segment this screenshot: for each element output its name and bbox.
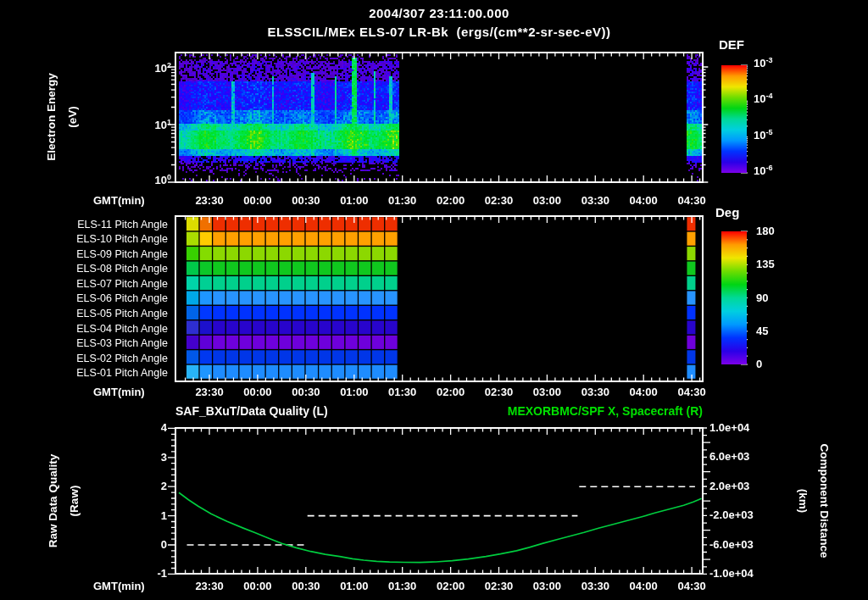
quality-tick-label: -1 <box>127 567 167 580</box>
distance-tick-label: -6.0e+03 <box>709 538 776 551</box>
def-tick-label: 10-3 <box>754 57 804 69</box>
energy-tick-label: 102 <box>127 62 171 75</box>
title-instrument: ELSSCIL/MEx ELS-07 LR-Bk (ergs/(cm**2-sr… <box>125 25 754 39</box>
gmt-label-bottom: GMT(min) <box>93 580 145 592</box>
spectrogram-ylabel-line2: (eV) <box>62 106 83 128</box>
pitch-row-label: ELS-08 Pitch Angle <box>34 263 168 275</box>
distance-tick-label: 2.0e+03 <box>709 480 776 492</box>
deg-colorbar-title: Deg <box>715 205 739 219</box>
time-tick-label: 00:00 <box>237 386 278 398</box>
time-tick-label: 00:00 <box>237 194 278 207</box>
quality-tick-label: 2 <box>127 480 167 492</box>
energy-tick-label: 101 <box>127 119 171 131</box>
gmt-label-middle: GMT(min) <box>93 386 145 398</box>
def-tick-label: 10-4 <box>754 92 804 105</box>
time-tick-label: 01:00 <box>334 386 375 398</box>
time-tick-label: 03:00 <box>526 580 567 592</box>
distance-tick-label: 6.0e+03 <box>709 450 776 463</box>
quality-tick-label: 3 <box>127 451 167 464</box>
pitch-row-label: ELS-09 Pitch Angle <box>34 248 168 260</box>
time-tick-label: 23:30 <box>189 386 230 398</box>
line-panel-left-title: SAF_BXuT/Data Quality (L) <box>175 404 328 418</box>
line-panel-right-title: MEXORBMC/SPF X, Spacecraft (R) <box>423 404 703 418</box>
time-tick-label: 04:00 <box>623 194 664 207</box>
time-tick-label: 03:30 <box>575 194 615 207</box>
pitch-row-label: ELS-04 Pitch Angle <box>34 323 168 335</box>
time-tick-label: 01:30 <box>382 194 423 207</box>
time-tick-label: 23:30 <box>189 580 230 592</box>
time-tick-label: 02:00 <box>431 194 471 207</box>
quality-tick-label: 0 <box>127 538 167 551</box>
time-tick-label: 03:30 <box>575 386 615 398</box>
quality-ylabel: Raw Data Quality (Raw) <box>21 416 106 586</box>
deg-tick-label: 180 <box>756 225 790 237</box>
time-tick-label: 04:00 <box>623 580 664 592</box>
time-tick-label: 02:00 <box>431 580 471 592</box>
pitch-row-label: ELS-02 Pitch Angle <box>34 353 168 364</box>
def-colorbar <box>721 65 747 173</box>
time-tick-label: 00:30 <box>286 386 326 398</box>
spectrogram-ylabel-line1: Electron Energy <box>41 73 62 161</box>
cdaweb-plot-image: 2004/307 23:11:00.000 ELSSCIL/MEx ELS-07… <box>0 0 868 600</box>
deg-tick-label: 135 <box>756 258 790 270</box>
quality-tick-label: 1 <box>127 509 167 522</box>
pitch-row-label: ELS-07 Pitch Angle <box>34 278 168 290</box>
def-colorbar-title: DEF <box>719 37 744 52</box>
def-tick-label: 10-5 <box>754 129 804 142</box>
time-tick-label: 23:30 <box>189 194 230 207</box>
pitch-row-label: ELS-05 Pitch Angle <box>34 308 168 319</box>
time-tick-label: 04:30 <box>671 580 712 592</box>
pitch-row-label: ELS-11 Pitch Angle <box>34 219 168 231</box>
energy-tick-label: 100 <box>127 174 171 186</box>
time-tick-label: 02:30 <box>478 386 519 398</box>
axis-ticks <box>168 53 710 574</box>
quality-ylabel-line2: (Raw) <box>64 486 85 517</box>
distance-ylabel-line2: (km) <box>793 489 814 514</box>
pitch-row-label: ELS-10 Pitch Angle <box>34 233 168 245</box>
gmt-label-top: GMT(min) <box>93 194 145 207</box>
time-tick-label: 01:00 <box>334 194 375 207</box>
spectrogram-ylabel: Electron Energy (eV) <box>19 32 104 202</box>
time-tick-label: 01:00 <box>334 580 375 592</box>
pitch-row-label: ELS-01 Pitch Angle <box>34 367 168 379</box>
distance-ylabel-line1: Component Distance <box>814 443 835 558</box>
deg-tick-label: 0 <box>756 358 790 370</box>
deg-tick-label: 45 <box>756 325 790 337</box>
title-date: 2004/307 23:11:00.000 <box>175 6 703 20</box>
time-tick-label: 04:30 <box>671 194 712 207</box>
panel-frames <box>175 53 703 574</box>
distance-tick-label: -1.0e+04 <box>709 567 776 580</box>
distance-ylabel: Component Distance (km) <box>771 408 856 594</box>
quality-ylabel-line1: Raw Data Quality <box>42 454 64 547</box>
spacecraft-x-curve <box>179 492 702 562</box>
time-tick-label: 04:30 <box>671 386 712 398</box>
time-tick-label: 02:30 <box>478 194 519 207</box>
time-tick-label: 02:30 <box>478 580 519 592</box>
time-tick-label: 01:30 <box>382 580 423 592</box>
time-tick-label: 04:00 <box>623 386 664 398</box>
time-tick-label: 03:00 <box>526 194 567 207</box>
time-tick-label: 02:00 <box>431 386 471 398</box>
time-tick-label: 01:30 <box>382 386 423 398</box>
time-tick-label: 03:00 <box>526 386 567 398</box>
distance-tick-label: -2.0e+03 <box>709 508 776 521</box>
time-tick-label: 00:00 <box>237 580 278 592</box>
def-tick-label: 10-6 <box>754 164 804 177</box>
deg-tick-label: 90 <box>756 292 790 304</box>
pitch-row-label: ELS-03 Pitch Angle <box>34 337 168 349</box>
quality-tick-label: 4 <box>127 421 167 434</box>
pitch-row-label: ELS-06 Pitch Angle <box>34 292 168 304</box>
time-tick-label: 00:30 <box>286 194 326 207</box>
deg-colorbar <box>721 231 747 364</box>
time-tick-label: 00:30 <box>286 580 326 592</box>
distance-tick-label: 1.0e+04 <box>709 421 776 434</box>
time-tick-label: 03:30 <box>575 580 615 592</box>
